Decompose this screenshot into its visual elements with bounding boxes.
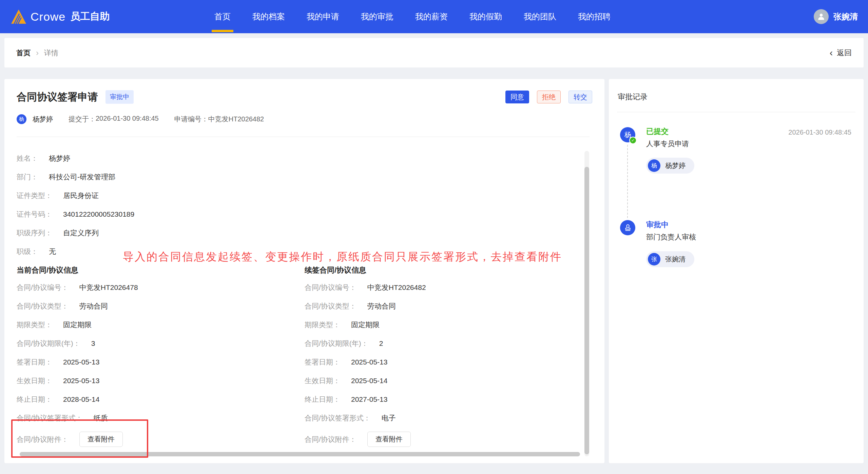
field-row: 证件号码：340122200005230189 xyxy=(17,209,134,219)
person-pill: 杨 杨梦婷 xyxy=(646,158,694,174)
submitter-name: 杨梦婷 xyxy=(33,115,53,124)
nav-item-my-attendance[interactable]: 我的假勤 xyxy=(469,0,502,33)
submitter-avatar: 杨 xyxy=(17,114,26,124)
review-annotation: 导入的合同信息发起续签、变更操作时，原纸质合同只展示签署形式，去掉查看附件 xyxy=(123,250,562,264)
field-label: 合同/协议类型： xyxy=(17,302,69,310)
breadcrumb-home[interactable]: 首页 xyxy=(16,48,31,58)
field-label: 合同/协议期限(年)： xyxy=(305,339,368,347)
status-badge: 审批中 xyxy=(105,90,134,104)
field-row: 生效日期：2025-05-14 xyxy=(305,376,579,386)
field-row: 职级：无 xyxy=(17,246,134,256)
stamp-icon xyxy=(623,223,632,232)
field-value: 340122200005230189 xyxy=(63,210,134,218)
field-value: 科技公司-研发管理部 xyxy=(49,173,115,181)
nav-item-my-applications[interactable]: 我的申请 xyxy=(307,0,339,33)
field-value: 电子 xyxy=(382,414,396,422)
back-button[interactable]: ‹ 返回 xyxy=(830,48,852,58)
brand: Crowe 员工自助 xyxy=(11,9,110,24)
field-label: 合同/协议签署形式： xyxy=(305,414,371,422)
field-value: 2027-05-13 xyxy=(351,395,387,403)
crowe-logo-icon xyxy=(11,9,26,24)
avatar-check-icon: ✓ xyxy=(629,137,637,144)
field-label: 终止日期： xyxy=(305,395,340,403)
active-tab-underline xyxy=(212,30,233,32)
field-row: 合同/协议类型：劳动合同 xyxy=(17,301,291,311)
breadcrumb-current: 详情 xyxy=(44,48,58,58)
section-title: 当前合同/协议信息 xyxy=(17,265,291,275)
field-row: 证件类型：居民身份证 xyxy=(17,191,134,200)
nav-item-my-files[interactable]: 我的档案 xyxy=(252,0,285,33)
nav-item-my-approvals[interactable]: 我的审批 xyxy=(361,0,393,33)
page-title: 合同协议签署申请 xyxy=(17,90,98,104)
pill-name: 张婉清 xyxy=(665,255,686,264)
transfer-button[interactable]: 转交 xyxy=(568,91,592,103)
nav-item-label: 我的假勤 xyxy=(469,11,502,22)
field-row: 终止日期：2027-05-13 xyxy=(305,394,579,404)
field-label: 生效日期： xyxy=(17,377,52,384)
field-label: 姓名： xyxy=(17,154,38,162)
field-label: 签署日期： xyxy=(305,358,340,366)
field-value: 中竞发HT2026482 xyxy=(367,283,426,291)
nav-item-my-team[interactable]: 我的团队 xyxy=(524,0,556,33)
topnav: 首页 我的档案 我的申请 我的审批 我的薪资 我的假勤 我的团队 我的招聘 xyxy=(214,0,611,33)
field-value: 2028-05-14 xyxy=(63,395,99,403)
field-label: 合同/协议类型： xyxy=(305,302,356,310)
step-status: 审批中 xyxy=(646,220,669,229)
breadcrumb: 首页 › 详情 xyxy=(16,48,58,58)
step-avatar xyxy=(620,220,635,235)
field-row: 合同/协议编号：中竞发HT2026478 xyxy=(17,282,291,292)
nav-item-label: 我的团队 xyxy=(524,11,556,22)
field-value: 自定义序列 xyxy=(63,229,99,237)
user-menu[interactable]: 张婉清 xyxy=(814,0,858,33)
field-row: 签署日期：2025-05-13 xyxy=(17,357,291,367)
view-attachment-button[interactable]: 查看附件 xyxy=(367,432,411,447)
field-label: 证件号码： xyxy=(17,210,52,218)
field-value: 劳动合同 xyxy=(367,302,396,310)
field-value: 无 xyxy=(49,248,56,255)
approve-button[interactable]: 同意 xyxy=(505,91,529,103)
field-label: 证件类型： xyxy=(17,192,52,199)
submitted-at-value: 2026-01-30 09:48:45 xyxy=(96,115,159,124)
field-label: 生效日期： xyxy=(305,377,340,384)
nav-item-home[interactable]: 首页 xyxy=(214,0,231,33)
vertical-scrollbar[interactable] xyxy=(584,151,589,456)
field-row: 合同/协议签署形式：电子 xyxy=(305,413,579,423)
approval-title: 审批记录 xyxy=(618,92,648,102)
back-chevron-icon: ‹ xyxy=(830,48,833,58)
vertical-scrollbar-thumb[interactable] xyxy=(584,167,589,454)
person-fields: 姓名：杨梦婷 部门：科技公司-研发管理部 证件类型：居民身份证 证件号码：340… xyxy=(17,153,134,265)
field-value: 3 xyxy=(91,339,95,347)
attachment-row: 合同/协议附件： 查看附件 xyxy=(305,432,579,447)
reject-button[interactable]: 拒绝 xyxy=(537,91,561,103)
field-label: 部门： xyxy=(17,173,38,181)
nav-item-my-recruitment[interactable]: 我的招聘 xyxy=(578,0,611,33)
submitter-row: 杨 杨梦婷 提交于： 2026-01-30 09:48:45 申请编号： 中竞发… xyxy=(17,114,264,124)
nav-item-label: 首页 xyxy=(214,11,231,22)
field-row: 合同/协议编号：中竞发HT2026482 xyxy=(305,282,579,292)
submitted-at: 提交于： 2026-01-30 09:48:45 xyxy=(69,115,159,124)
field-label: 职级序列： xyxy=(17,229,52,237)
action-buttons: 同意 拒绝 转交 xyxy=(505,91,592,103)
field-row: 合同/协议类型：劳动合同 xyxy=(305,301,579,311)
pill-avatar: 张 xyxy=(648,253,660,265)
field-label: 职级： xyxy=(17,248,38,255)
section-title: 续签合同/协议信息 xyxy=(305,265,579,275)
renewal-contract-section: 续签合同/协议信息 合同/协议编号：中竞发HT2026482 合同/协议类型：劳… xyxy=(305,265,579,447)
attachment-label: 合同/协议附件： xyxy=(305,435,356,444)
field-label: 合同/协议编号： xyxy=(305,283,356,291)
field-row: 合同/协议期限(年)：2 xyxy=(305,338,579,348)
step-connector-line xyxy=(627,145,628,218)
nav-item-label: 我的申请 xyxy=(307,11,339,22)
field-label: 签署日期： xyxy=(17,358,52,366)
approval-divider xyxy=(617,112,855,112)
user-avatar-icon xyxy=(814,9,829,24)
breadcrumb-separator-icon: › xyxy=(36,49,39,57)
field-value: 劳动合同 xyxy=(79,302,108,310)
field-label: 期限类型： xyxy=(17,321,52,329)
nav-item-my-salary[interactable]: 我的薪资 xyxy=(415,0,448,33)
step-status: 已提交 xyxy=(646,127,669,136)
field-value: 居民身份证 xyxy=(63,192,99,199)
field-label: 合同/协议期限(年)： xyxy=(17,339,80,347)
highlight-red-box xyxy=(11,419,148,458)
field-label: 终止日期： xyxy=(17,395,52,403)
